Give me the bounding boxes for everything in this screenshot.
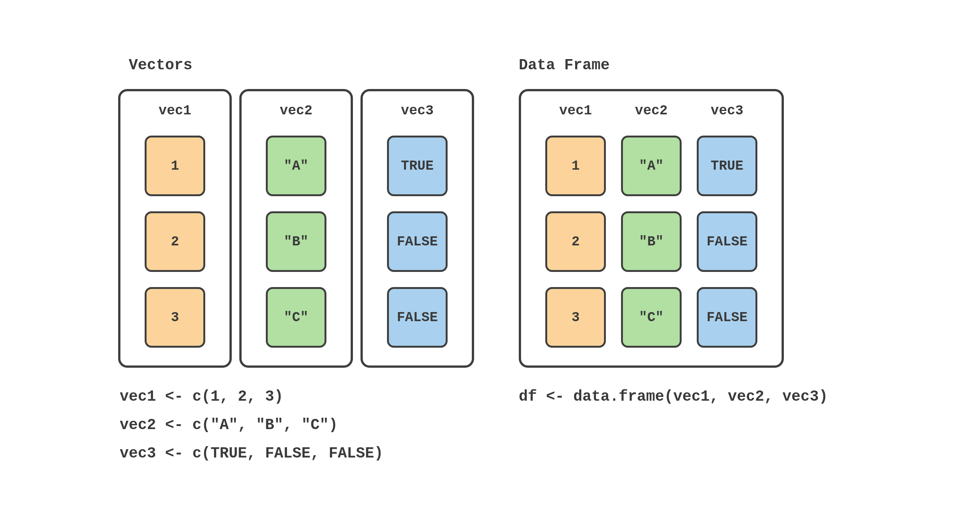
df-cell-1-0: 2 xyxy=(545,212,606,272)
vec2-header: vec2 xyxy=(260,103,332,119)
vec1-header: vec1 xyxy=(139,103,211,119)
code-vec2: vec2 <- c("A", "B", "C") xyxy=(120,417,338,434)
df-cell-0-0: 1 xyxy=(545,135,606,196)
df-cell-2-2: FALSE xyxy=(697,287,757,348)
vec1-cell-1: 2 xyxy=(145,212,205,272)
diagram-canvas: Vectors Data Frame vec1 1 2 3 vec2 "A" "… xyxy=(0,0,980,509)
df-cell-1-1: "B" xyxy=(621,212,682,272)
vectors-title: Vectors xyxy=(129,57,192,74)
vec2-cell-0: "A" xyxy=(266,135,326,196)
df-cell-1-2: FALSE xyxy=(697,212,757,272)
df-cell-2-0: 3 xyxy=(545,287,606,348)
df-header-1: vec2 xyxy=(615,103,687,119)
vec3-cell-0: TRUE xyxy=(387,135,448,196)
vec3-cell-1: FALSE xyxy=(387,212,448,272)
code-vec1: vec1 <- c(1, 2, 3) xyxy=(120,388,283,405)
df-header-2: vec3 xyxy=(691,103,763,119)
code-vec3: vec3 <- c(TRUE, FALSE, FALSE) xyxy=(120,445,383,462)
vec1-cell-2: 3 xyxy=(145,287,205,348)
df-cell-0-1: "A" xyxy=(621,135,682,196)
df-cell-2-1: "C" xyxy=(621,287,682,348)
vec2-cell-2: "C" xyxy=(266,287,326,348)
vec2-cell-1: "B" xyxy=(266,212,326,272)
code-df: df <- data.frame(vec1, vec2, vec3) xyxy=(519,388,828,405)
vec3-header: vec3 xyxy=(381,103,453,119)
vec3-cell-2: FALSE xyxy=(387,287,448,348)
df-header-0: vec1 xyxy=(539,103,612,119)
df-cell-0-2: TRUE xyxy=(697,135,757,196)
vec1-cell-0: 1 xyxy=(145,135,205,196)
dataframe-title: Data Frame xyxy=(519,57,610,74)
